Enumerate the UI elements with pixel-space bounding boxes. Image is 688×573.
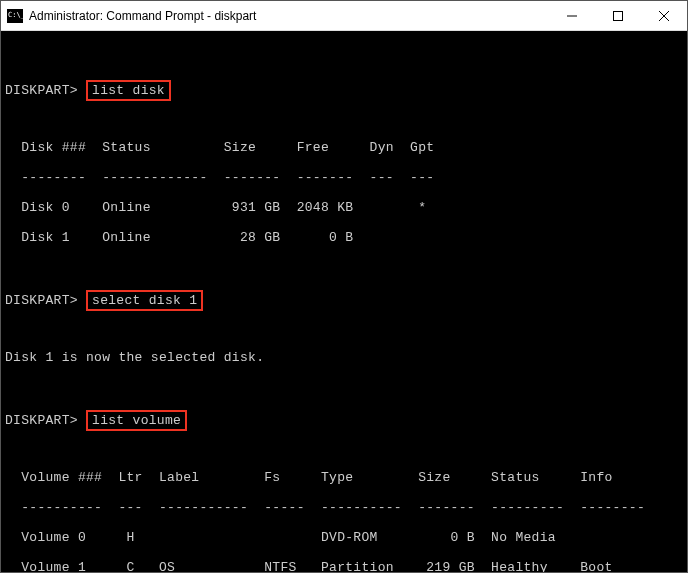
window-title: Administrator: Command Prompt - diskpart	[29, 9, 549, 23]
prompt-label: DISKPART>	[5, 413, 78, 428]
cmd-icon	[7, 9, 23, 23]
minimize-button[interactable]	[549, 1, 595, 30]
table-row: Volume 0 H DVD-ROM 0 B No Media	[5, 530, 679, 545]
cmd-list-disk: list disk	[86, 80, 171, 101]
table-row: Disk 1 Online 28 GB 0 B	[5, 230, 679, 245]
prompt-label: DISKPART>	[5, 293, 78, 308]
maximize-button[interactable]	[595, 1, 641, 30]
volume-divider: ---------- --- ----------- ----- -------…	[5, 500, 679, 515]
command-prompt-window: Administrator: Command Prompt - diskpart…	[0, 0, 688, 573]
window-controls	[549, 1, 687, 30]
cmd-select-disk: select disk 1	[86, 290, 203, 311]
disk-divider: -------- ------------- ------- ------- -…	[5, 170, 679, 185]
disk-header: Disk ### Status Size Free Dyn Gpt	[5, 140, 679, 155]
cmd-list-volume: list volume	[86, 410, 187, 431]
svg-rect-1	[614, 11, 623, 20]
titlebar[interactable]: Administrator: Command Prompt - diskpart	[1, 1, 687, 31]
table-row: Volume 1 C OS NTFS Partition 219 GB Heal…	[5, 560, 679, 572]
prompt-label: DISKPART>	[5, 83, 78, 98]
terminal-output[interactable]: DISKPART> list disk Disk ### Status Size…	[1, 31, 687, 572]
msg-disk-selected: Disk 1 is now the selected disk.	[5, 350, 679, 365]
close-button[interactable]	[641, 1, 687, 30]
volume-header: Volume ### Ltr Label Fs Type Size Status…	[5, 470, 679, 485]
table-row: Disk 0 Online 931 GB 2048 KB *	[5, 200, 679, 215]
